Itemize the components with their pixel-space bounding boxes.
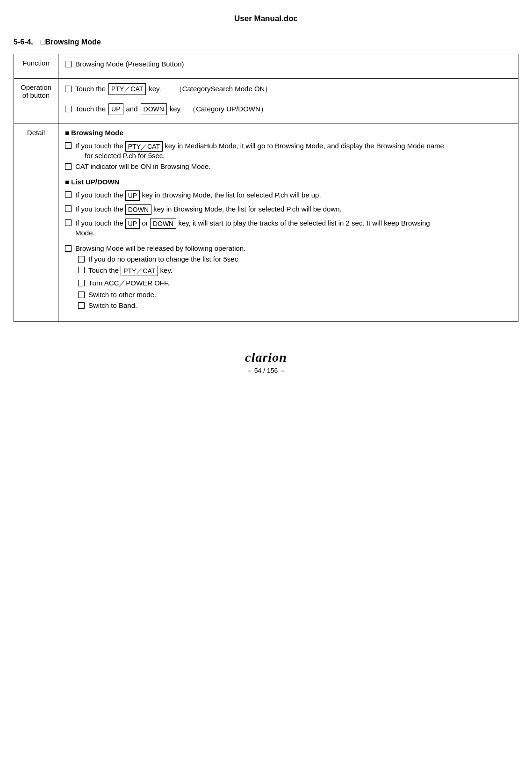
browsing-cb-1	[65, 142, 72, 149]
release-sub-items: If you do no operation to change the lis…	[78, 255, 511, 309]
footer: clarion － 54 / 156 －	[14, 350, 518, 375]
op-checkbox-1	[65, 86, 72, 92]
release-heading-item: Browsing Mode will be released by follow…	[65, 244, 511, 252]
browsing-item1: If you touch the PTY／CAT key in MediaHub…	[65, 141, 511, 160]
operation-lines: Touch the PTY／CAT key. （CategorySearch M…	[65, 83, 511, 119]
function-label: Function	[14, 54, 58, 79]
release-cb-5	[78, 302, 85, 309]
op-line1-pre: Touch the	[75, 84, 106, 95]
page-number: － 54 / 156 －	[14, 367, 518, 375]
up-key-1: UP	[108, 103, 123, 115]
operation-label: Operationof button	[14, 78, 58, 124]
release-cb-1	[78, 256, 85, 263]
op-line2-post: key. （Category UP/DOWN）	[170, 104, 267, 115]
browsing-heading: Browsing Mode	[65, 129, 511, 137]
release-sub5-text: Switch to Band.	[88, 301, 137, 309]
list-cb-3	[65, 219, 72, 226]
list-cb-2	[65, 205, 72, 212]
release-section: Browsing Mode will be released by follow…	[65, 244, 511, 309]
list-item3: If you touch the UP or DOWN key, it will…	[65, 219, 511, 237]
browsing-section: Browsing Mode If you touch the PTY／CAT k…	[65, 129, 511, 170]
down-key-detail: DOWN	[125, 204, 151, 215]
release-sub3-text: Turn ACC／POWER OFF.	[88, 279, 170, 288]
operation-row: Operationof button Touch the PTY／CAT key…	[14, 78, 518, 124]
release-sub1: If you do no operation to change the lis…	[78, 255, 511, 263]
brand-logo: clarion	[14, 350, 518, 365]
up-key-detail: UP	[125, 190, 140, 201]
function-line: Browsing Mode (Presetting Button)	[65, 59, 511, 70]
operation-line2: Touch the UP and DOWN key. （Category UP/…	[65, 103, 511, 115]
release-cb-main	[65, 245, 72, 252]
function-content: Browsing Mode (Presetting Button)	[58, 54, 518, 79]
function-text: Browsing Mode (Presetting Button)	[75, 59, 184, 70]
op-line2-pre: Touch the	[75, 104, 106, 115]
main-table: Function Browsing Mode (Presetting Butto…	[14, 54, 518, 322]
list-heading: List UP/DOWN	[65, 178, 511, 186]
operation-content: Touch the PTY／CAT key. （CategorySearch M…	[58, 78, 518, 124]
detail-row: Detail Browsing Mode If you touch the PT…	[14, 124, 518, 322]
browsing-item2: CAT indicator will be ON in Browsing Mod…	[65, 162, 511, 170]
op-line1-post: key. （CategorySearch Mode ON）	[149, 84, 272, 95]
release-cb-2	[78, 267, 85, 273]
browsing-item2-text: CAT indicator will be ON in Browsing Mod…	[75, 162, 211, 170]
release-sub5: Switch to Band.	[78, 301, 511, 309]
release-sub2: Touch the PTY／CAT key.	[78, 266, 511, 276]
operation-line1: Touch the PTY／CAT key. （CategorySearch M…	[65, 83, 511, 95]
detail-content: Browsing Mode If you touch the PTY／CAT k…	[58, 124, 518, 322]
list-item1: If you touch the UP key in Browsing Mode…	[65, 190, 511, 201]
pty-cat-key-1: PTY／CAT	[108, 83, 146, 95]
release-sub4: Switch to other mode.	[78, 291, 511, 299]
release-sub3: Turn ACC／POWER OFF.	[78, 279, 511, 288]
list-section: List UP/DOWN If you touch the UP key in …	[65, 178, 511, 237]
function-row: Function Browsing Mode (Presetting Butto…	[14, 54, 518, 79]
release-cb-4	[78, 292, 85, 298]
op-checkbox-2	[65, 106, 72, 112]
release-sub4-text: Switch to other mode.	[88, 291, 156, 299]
detail-label: Detail	[14, 124, 58, 322]
op-line2-mid: and	[126, 104, 138, 115]
page-title: User Manual.doc	[14, 14, 518, 23]
browsing-cb-2	[65, 163, 72, 170]
function-checkbox	[65, 61, 72, 67]
section-heading: 5-6-4. □Browsing Mode	[14, 37, 518, 47]
up-key-detail-2: UP	[125, 219, 140, 229]
browsing-item1-text: If you touch the PTY／CAT key in MediaHub…	[75, 141, 444, 160]
list-cb-1	[65, 191, 72, 198]
pty-cat-key-release: PTY／CAT	[121, 266, 158, 276]
release-sub1-text: If you do no operation to change the lis…	[88, 255, 240, 263]
down-key-detail-2: DOWN	[150, 219, 176, 229]
release-cb-3	[78, 280, 85, 286]
pty-cat-key-detail: PTY／CAT	[125, 141, 163, 152]
down-key-1: DOWN	[141, 103, 167, 115]
list-item2: If you touch the DOWN key in Browsing Mo…	[65, 204, 511, 215]
release-heading-text: Browsing Mode will be released by follow…	[75, 244, 245, 252]
